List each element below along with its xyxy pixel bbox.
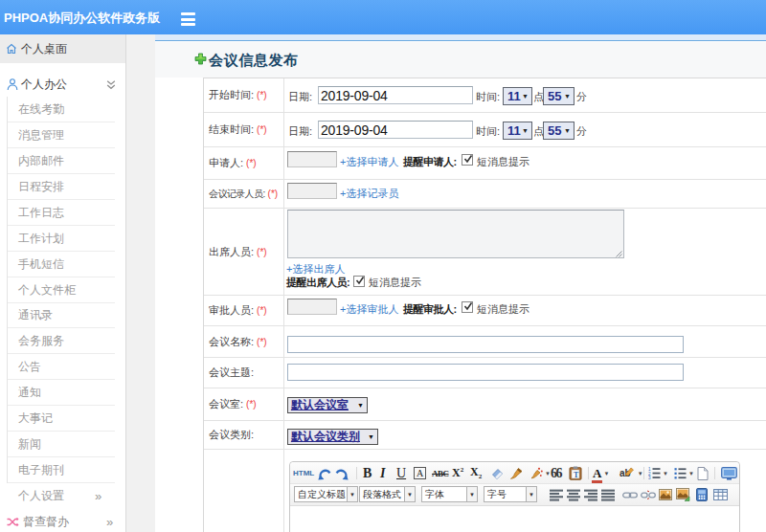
svg-text:3: 3 (648, 476, 651, 479)
svg-text:T: T (574, 471, 579, 479)
